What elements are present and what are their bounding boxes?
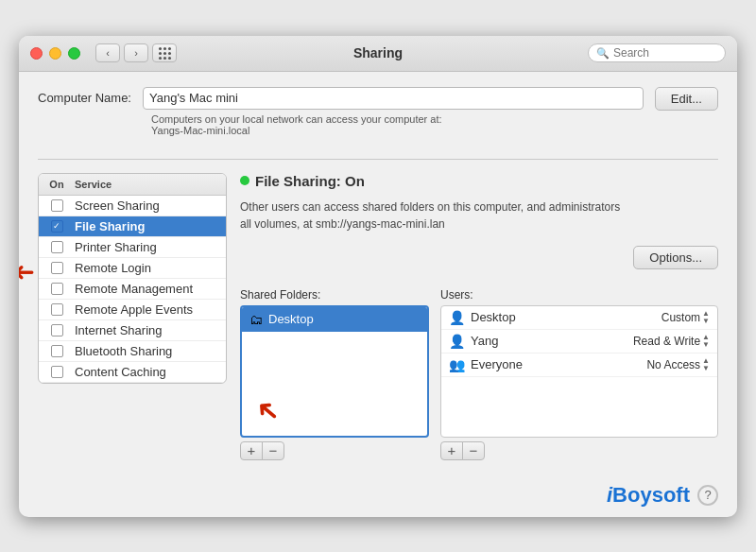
maximize-button[interactable] xyxy=(68,47,80,60)
checkbox-cell-printer-sharing xyxy=(39,241,75,253)
service-item-remote-management[interactable]: Remote Management xyxy=(39,279,226,300)
search-icon: 🔍 xyxy=(596,47,610,60)
edit-button[interactable]: Edit... xyxy=(655,87,718,111)
user-icon-yang: 👤 xyxy=(449,334,465,349)
options-button[interactable]: Options... xyxy=(633,246,718,269)
back-button[interactable]: ‹ xyxy=(95,43,120,62)
titlebar: ‹ › Sharing 🔍 xyxy=(19,36,737,72)
user-icon-everyone: 👥 xyxy=(449,357,465,372)
service-item-remote-apple-events[interactable]: Remote Apple Events xyxy=(39,300,226,320)
status-title: File Sharing: On xyxy=(255,173,365,189)
user-icon-desktop: 👤 xyxy=(449,310,465,325)
user-perm-everyone: No Access ▲▼ xyxy=(646,357,710,372)
remove-user-button[interactable]: − xyxy=(462,441,485,460)
computer-name-left: Computer Name: Computers on your local n… xyxy=(38,87,644,147)
user-row-desktop[interactable]: 👤 Desktop Custom ▲▼ xyxy=(441,306,717,330)
sharing-window: ‹ › Sharing 🔍 Computer Name: xyxy=(19,36,737,517)
folder-name-desktop: Desktop xyxy=(268,312,314,326)
add-user-button[interactable]: + xyxy=(440,441,463,460)
user-name-desktop: Desktop xyxy=(471,310,656,324)
search-input[interactable] xyxy=(613,46,717,60)
user-name-yang: Yang xyxy=(471,334,627,348)
user-list[interactable]: 👤 Desktop Custom ▲▼ 👤 Yang xyxy=(440,305,718,438)
checkbox-internet-sharing[interactable] xyxy=(51,324,63,336)
folder-icon-desktop: 🗂 xyxy=(249,312,263,327)
content-area: Computer Name: Computers on your local n… xyxy=(19,72,737,475)
checkbox-cell-bluetooth-sharing xyxy=(39,345,75,357)
shared-folders-title: Shared Folders: xyxy=(240,288,429,302)
user-row-yang[interactable]: 👤 Yang Read & Write ▲▼ xyxy=(441,330,717,354)
window-title: Sharing xyxy=(353,45,403,60)
checkbox-cell-internet-sharing xyxy=(39,324,75,336)
search-box[interactable]: 🔍 xyxy=(588,43,726,62)
nav-buttons: ‹ › xyxy=(95,43,148,62)
checkbox-cell-remote-apple-events xyxy=(39,303,75,316)
label-bluetooth-sharing: Bluetooth Sharing xyxy=(75,344,172,358)
perm-stepper-yang[interactable]: ▲▼ xyxy=(702,334,710,349)
left-arrow-icon: ➜ xyxy=(19,256,35,287)
checkbox-file-sharing[interactable] xyxy=(51,220,63,233)
computer-name-section: Computer Name: Computers on your local n… xyxy=(38,87,718,160)
user-perm-desktop: Custom ▲▼ xyxy=(662,310,710,325)
add-folder-button[interactable]: + xyxy=(240,441,263,460)
shared-folders-column: Shared Folders: 🗂 Desktop ➜ xyxy=(240,288,429,460)
computer-name-row: Computer Name: xyxy=(38,87,644,110)
computer-name-right: Edit... xyxy=(655,87,718,111)
service-item-bluetooth-sharing[interactable]: Bluetooth Sharing xyxy=(39,341,226,362)
folder-item-desktop[interactable]: 🗂 Desktop xyxy=(242,307,427,332)
right-panel: File Sharing: On Other users can access … xyxy=(240,173,718,460)
label-remote-management: Remote Management xyxy=(75,282,193,296)
checkbox-bluetooth-sharing[interactable] xyxy=(51,345,63,357)
minimize-button[interactable] xyxy=(49,47,61,60)
status-description: Other users can access shared folders on… xyxy=(240,198,718,233)
folder-add-remove-bar: + − xyxy=(240,441,429,460)
checkbox-cell-file-sharing xyxy=(39,220,75,233)
label-file-sharing: File Sharing xyxy=(75,219,145,233)
service-item-file-sharing[interactable]: File Sharing xyxy=(39,216,226,237)
users-title: Users: xyxy=(440,288,718,302)
user-perm-yang: Read & Write ▲▼ xyxy=(633,334,710,349)
perm-stepper-everyone[interactable]: ▲▼ xyxy=(702,357,710,372)
service-item-printer-sharing[interactable]: Printer Sharing xyxy=(39,237,226,258)
close-button[interactable] xyxy=(30,47,43,60)
forward-button[interactable]: › xyxy=(124,43,148,62)
computer-name-label: Computer Name: xyxy=(38,91,131,105)
label-printer-sharing: Printer Sharing xyxy=(75,240,157,254)
main-area: ➜ On Service Screen Sharing xyxy=(38,173,718,460)
folder-list-container: 🗂 Desktop ➜ xyxy=(240,305,429,438)
checkbox-remote-login[interactable] xyxy=(51,262,63,274)
checkbox-cell-remote-login xyxy=(39,262,75,274)
services-col-on-header: On xyxy=(39,177,75,192)
computer-name-input[interactable] xyxy=(143,87,644,110)
services-col-service-header: Service xyxy=(75,177,112,192)
help-button[interactable]: ? xyxy=(697,485,718,506)
service-item-screen-sharing[interactable]: Screen Sharing xyxy=(39,196,226,216)
brand-text: iBoysoft xyxy=(607,483,690,508)
checkbox-cell-content-caching xyxy=(39,366,75,378)
services-panel: On Service Screen Sharing F xyxy=(38,173,227,384)
grid-button[interactable] xyxy=(152,43,177,62)
services-header: On Service xyxy=(39,174,226,196)
perm-stepper-desktop[interactable]: ▲▼ xyxy=(702,310,710,325)
checkbox-screen-sharing[interactable] xyxy=(51,199,63,212)
label-remote-apple-events: Remote Apple Events xyxy=(75,302,193,317)
checkbox-printer-sharing[interactable] xyxy=(51,241,63,253)
user-row-everyone[interactable]: 👥 Everyone No Access ▲▼ xyxy=(441,354,717,377)
user-add-remove-bar: + − xyxy=(440,441,718,460)
checkbox-remote-management[interactable] xyxy=(51,283,63,295)
label-internet-sharing: Internet Sharing xyxy=(75,323,163,337)
remove-folder-button[interactable]: − xyxy=(262,441,284,460)
service-item-content-caching[interactable]: Content Caching xyxy=(39,362,226,383)
checkbox-content-caching[interactable] xyxy=(51,366,63,378)
service-item-remote-login[interactable]: Remote Login xyxy=(39,258,226,279)
label-remote-login: Remote Login xyxy=(75,261,151,275)
status-bar: File Sharing: On xyxy=(240,173,718,189)
label-content-caching: Content Caching xyxy=(75,365,166,379)
checkbox-cell-remote-management xyxy=(39,283,75,295)
service-item-internet-sharing[interactable]: Internet Sharing xyxy=(39,320,226,341)
checkbox-remote-apple-events[interactable] xyxy=(51,303,63,316)
address-text: Computers on your local network can acce… xyxy=(151,113,644,136)
checkbox-cell-screen-sharing xyxy=(39,199,75,212)
services-panel-wrapper: ➜ On Service Screen Sharing xyxy=(38,173,227,460)
folders-users-area: Shared Folders: 🗂 Desktop ➜ xyxy=(240,288,718,460)
